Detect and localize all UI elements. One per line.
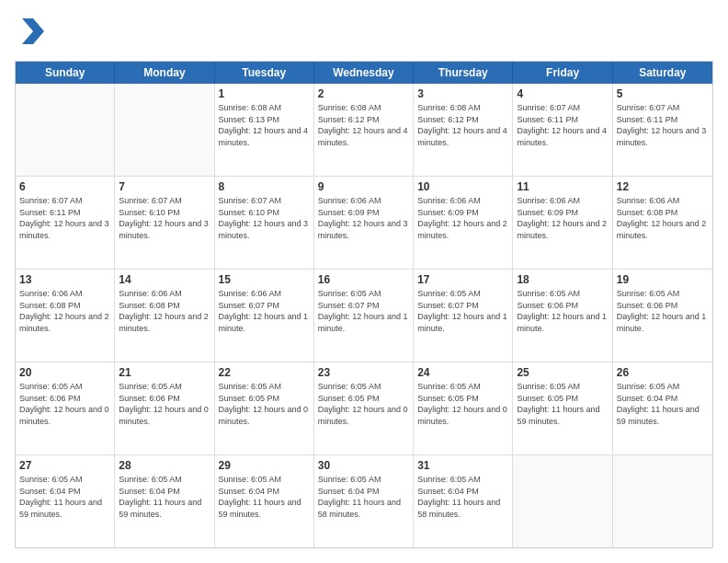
calendar-day-cell: 13Sunrise: 6:06 AM Sunset: 6:08 PM Dayli… xyxy=(16,270,115,362)
day-number: 5 xyxy=(617,86,709,101)
day-number: 3 xyxy=(417,86,508,101)
calendar-day-cell: 28Sunrise: 6:05 AM Sunset: 6:04 PM Dayli… xyxy=(115,455,214,547)
header xyxy=(15,15,713,52)
day-info: Sunrise: 6:08 AM Sunset: 6:12 PM Dayligh… xyxy=(318,102,409,148)
calendar-empty-cell xyxy=(16,84,115,176)
day-info: Sunrise: 6:08 AM Sunset: 6:12 PM Dayligh… xyxy=(417,102,508,148)
calendar-day-cell: 25Sunrise: 6:05 AM Sunset: 6:05 PM Dayli… xyxy=(513,362,612,454)
day-info: Sunrise: 6:08 AM Sunset: 6:13 PM Dayligh… xyxy=(219,102,310,148)
day-info: Sunrise: 6:05 AM Sunset: 6:05 PM Dayligh… xyxy=(417,381,508,427)
day-number: 1 xyxy=(219,86,310,101)
day-number: 24 xyxy=(417,365,508,380)
calendar-day-cell: 11Sunrise: 6:06 AM Sunset: 6:09 PM Dayli… xyxy=(513,177,612,269)
calendar-day-cell: 8Sunrise: 6:07 AM Sunset: 6:10 PM Daylig… xyxy=(215,177,314,269)
day-number: 17 xyxy=(417,272,508,287)
day-number: 6 xyxy=(19,179,110,194)
weekday-header: Wednesday xyxy=(314,62,414,84)
day-number: 22 xyxy=(219,365,310,380)
calendar-row: 20Sunrise: 6:05 AM Sunset: 6:06 PM Dayli… xyxy=(16,362,712,454)
day-number: 10 xyxy=(417,179,508,194)
day-number: 7 xyxy=(119,179,210,194)
day-number: 28 xyxy=(119,458,210,473)
day-number: 20 xyxy=(19,365,110,380)
calendar-day-cell: 31Sunrise: 6:05 AM Sunset: 6:04 PM Dayli… xyxy=(414,455,513,547)
day-info: Sunrise: 6:05 AM Sunset: 6:07 PM Dayligh… xyxy=(417,288,508,334)
weekday-header: Thursday xyxy=(414,62,513,84)
calendar-day-cell: 7Sunrise: 6:07 AM Sunset: 6:10 PM Daylig… xyxy=(115,177,214,269)
day-number: 18 xyxy=(517,272,608,287)
calendar-row: 13Sunrise: 6:06 AM Sunset: 6:08 PM Dayli… xyxy=(16,269,712,362)
day-number: 14 xyxy=(119,272,210,287)
calendar-empty-cell xyxy=(613,455,712,547)
calendar-day-cell: 1Sunrise: 6:08 AM Sunset: 6:13 PM Daylig… xyxy=(215,84,314,176)
day-info: Sunrise: 6:07 AM Sunset: 6:10 PM Dayligh… xyxy=(219,195,310,241)
calendar-day-cell: 23Sunrise: 6:05 AM Sunset: 6:05 PM Dayli… xyxy=(314,362,414,454)
calendar-day-cell: 24Sunrise: 6:05 AM Sunset: 6:05 PM Dayli… xyxy=(414,362,513,454)
weekday-header: Monday xyxy=(115,62,214,84)
day-info: Sunrise: 6:05 AM Sunset: 6:07 PM Dayligh… xyxy=(318,288,409,334)
day-info: Sunrise: 6:05 AM Sunset: 6:04 PM Dayligh… xyxy=(617,381,709,427)
day-info: Sunrise: 6:06 AM Sunset: 6:08 PM Dayligh… xyxy=(617,195,709,241)
day-number: 21 xyxy=(119,365,210,380)
day-info: Sunrise: 6:05 AM Sunset: 6:05 PM Dayligh… xyxy=(517,381,608,427)
day-info: Sunrise: 6:06 AM Sunset: 6:08 PM Dayligh… xyxy=(119,288,210,334)
day-number: 16 xyxy=(318,272,409,287)
calendar-day-cell: 18Sunrise: 6:05 AM Sunset: 6:06 PM Dayli… xyxy=(513,270,612,362)
day-info: Sunrise: 6:05 AM Sunset: 6:04 PM Dayligh… xyxy=(219,474,310,520)
day-info: Sunrise: 6:05 AM Sunset: 6:04 PM Dayligh… xyxy=(417,474,508,520)
day-info: Sunrise: 6:07 AM Sunset: 6:11 PM Dayligh… xyxy=(19,195,110,241)
day-info: Sunrise: 6:05 AM Sunset: 6:06 PM Dayligh… xyxy=(617,288,709,334)
calendar-day-cell: 14Sunrise: 6:06 AM Sunset: 6:08 PM Dayli… xyxy=(115,270,214,362)
calendar-day-cell: 30Sunrise: 6:05 AM Sunset: 6:04 PM Dayli… xyxy=(314,455,414,547)
day-number: 29 xyxy=(219,458,310,473)
day-number: 8 xyxy=(219,179,310,194)
svg-marker-0 xyxy=(22,18,44,44)
day-info: Sunrise: 6:05 AM Sunset: 6:04 PM Dayligh… xyxy=(19,474,110,520)
calendar-day-cell: 5Sunrise: 6:07 AM Sunset: 6:11 PM Daylig… xyxy=(613,84,712,176)
calendar-day-cell: 21Sunrise: 6:05 AM Sunset: 6:06 PM Dayli… xyxy=(115,362,214,454)
weekday-header: Friday xyxy=(513,62,612,84)
day-number: 15 xyxy=(219,272,310,287)
weekday-header: Sunday xyxy=(16,62,115,84)
calendar-day-cell: 26Sunrise: 6:05 AM Sunset: 6:04 PM Dayli… xyxy=(613,362,712,454)
day-number: 9 xyxy=(318,179,409,194)
day-number: 2 xyxy=(318,86,409,101)
day-info: Sunrise: 6:06 AM Sunset: 6:07 PM Dayligh… xyxy=(219,288,310,334)
day-number: 30 xyxy=(318,458,409,473)
day-number: 19 xyxy=(617,272,709,287)
day-info: Sunrise: 6:05 AM Sunset: 6:06 PM Dayligh… xyxy=(19,381,110,427)
day-info: Sunrise: 6:06 AM Sunset: 6:09 PM Dayligh… xyxy=(417,195,508,241)
day-info: Sunrise: 6:05 AM Sunset: 6:04 PM Dayligh… xyxy=(318,474,409,520)
weekday-header: Tuesday xyxy=(215,62,314,84)
day-number: 31 xyxy=(417,458,508,473)
logo xyxy=(15,15,51,52)
calendar-day-cell: 19Sunrise: 6:05 AM Sunset: 6:06 PM Dayli… xyxy=(613,270,712,362)
calendar-day-cell: 29Sunrise: 6:05 AM Sunset: 6:04 PM Dayli… xyxy=(215,455,314,547)
calendar-day-cell: 12Sunrise: 6:06 AM Sunset: 6:08 PM Dayli… xyxy=(613,177,712,269)
calendar-day-cell: 6Sunrise: 6:07 AM Sunset: 6:11 PM Daylig… xyxy=(16,177,115,269)
calendar-day-cell: 3Sunrise: 6:08 AM Sunset: 6:12 PM Daylig… xyxy=(414,84,513,176)
calendar-day-cell: 20Sunrise: 6:05 AM Sunset: 6:06 PM Dayli… xyxy=(16,362,115,454)
day-number: 23 xyxy=(318,365,409,380)
day-info: Sunrise: 6:06 AM Sunset: 6:09 PM Dayligh… xyxy=(517,195,608,241)
day-number: 27 xyxy=(19,458,110,473)
calendar: SundayMondayTuesdayWednesdayThursdayFrid… xyxy=(15,61,713,548)
day-info: Sunrise: 6:06 AM Sunset: 6:09 PM Dayligh… xyxy=(318,195,409,241)
calendar-header: SundayMondayTuesdayWednesdayThursdayFrid… xyxy=(16,62,712,84)
calendar-day-cell: 9Sunrise: 6:06 AM Sunset: 6:09 PM Daylig… xyxy=(314,177,414,269)
day-info: Sunrise: 6:07 AM Sunset: 6:11 PM Dayligh… xyxy=(517,102,608,148)
day-info: Sunrise: 6:05 AM Sunset: 6:05 PM Dayligh… xyxy=(219,381,310,427)
day-info: Sunrise: 6:06 AM Sunset: 6:08 PM Dayligh… xyxy=(19,288,110,334)
day-number: 25 xyxy=(517,365,608,380)
logo-icon xyxy=(15,15,48,48)
calendar-day-cell: 27Sunrise: 6:05 AM Sunset: 6:04 PM Dayli… xyxy=(16,455,115,547)
calendar-day-cell: 10Sunrise: 6:06 AM Sunset: 6:09 PM Dayli… xyxy=(414,177,513,269)
calendar-row: 6Sunrise: 6:07 AM Sunset: 6:11 PM Daylig… xyxy=(16,176,712,269)
calendar-empty-cell xyxy=(115,84,214,176)
calendar-day-cell: 16Sunrise: 6:05 AM Sunset: 6:07 PM Dayli… xyxy=(314,270,414,362)
day-number: 11 xyxy=(517,179,608,194)
calendar-body: 1Sunrise: 6:08 AM Sunset: 6:13 PM Daylig… xyxy=(16,84,712,547)
calendar-empty-cell xyxy=(513,455,612,547)
calendar-row: 1Sunrise: 6:08 AM Sunset: 6:13 PM Daylig… xyxy=(16,84,712,176)
day-number: 26 xyxy=(617,365,709,380)
